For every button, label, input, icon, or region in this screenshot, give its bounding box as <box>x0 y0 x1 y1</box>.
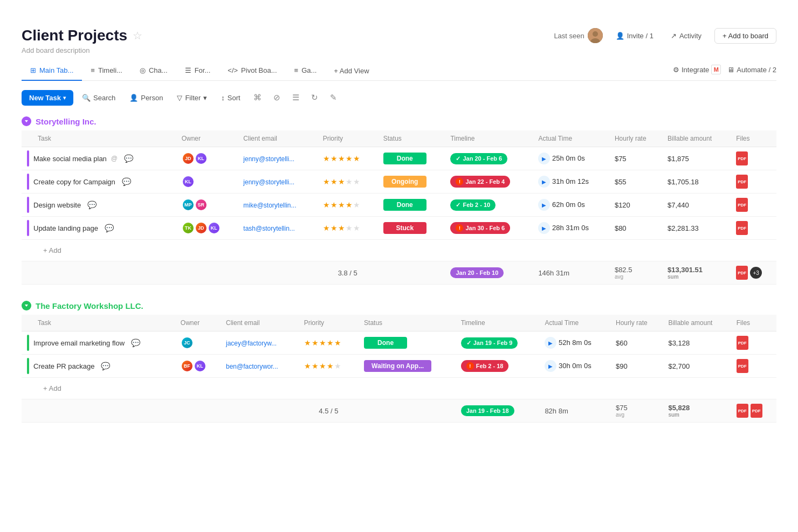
task-name[interactable]: Design website <box>33 201 81 209</box>
files-cell: PDF <box>736 151 771 165</box>
actual-time: 31h 0m 12s <box>552 177 589 185</box>
tab-pivot[interactable]: </> Pivot Boa... <box>219 61 285 81</box>
email-link[interactable]: ben@factorywor... <box>226 363 278 370</box>
add-task-row: + Add <box>22 378 776 399</box>
tab-gallery[interactable]: ≡ Ga... <box>286 61 326 81</box>
add-task-button[interactable]: + Add <box>27 243 771 258</box>
tab-chart[interactable]: ◎ Cha... <box>131 61 176 81</box>
timeline-badge: ✓ Jan 19 - Feb 9 <box>461 337 518 349</box>
time-play-button[interactable]: ▶ <box>545 337 556 349</box>
task-color-indicator <box>27 335 29 351</box>
integrate-button[interactable]: ⚙ Integrate M <box>673 65 721 74</box>
email-link[interactable]: mike@storytellin... <box>243 202 296 209</box>
section-title-factory[interactable]: The Factory Workshop LLC. <box>36 301 143 310</box>
comment-icon[interactable]: 💬 <box>124 154 133 163</box>
task-name[interactable]: Update landing page <box>33 224 98 232</box>
unlink-icon-button[interactable]: ⊘ <box>269 89 285 106</box>
status-badge[interactable]: Done <box>364 337 407 349</box>
new-task-button[interactable]: New Task ▾ <box>22 90 73 106</box>
rows-icon-button[interactable]: ☰ <box>288 89 304 106</box>
pdf-file-icon[interactable]: PDF <box>737 359 748 373</box>
person-icon: 👤 <box>129 94 138 102</box>
filter-button[interactable]: ▽ Filter ▾ <box>171 91 212 105</box>
timeline-exclaim-icon: ! <box>466 362 474 370</box>
status-badge[interactable]: Waiting on App... <box>364 360 431 372</box>
timeline-badge: ✓ Feb 2 - 10 <box>450 199 496 211</box>
status-badge[interactable]: Stuck <box>383 222 426 234</box>
priority-stars[interactable]: ★★★★★ <box>323 154 361 163</box>
summary-priority: 4.5 / 5 <box>299 399 359 423</box>
task-name[interactable]: Create copy for Campaign <box>33 178 115 186</box>
add-to-board-button[interactable]: + Add to board <box>714 28 776 44</box>
activity-button[interactable]: ↗ Activity <box>666 30 706 42</box>
sort-button[interactable]: ↕ Sort <box>216 91 245 105</box>
add-task-button[interactable]: + Add <box>27 381 771 396</box>
section-title-storytelling[interactable]: Storytelling Inc. <box>36 117 97 126</box>
comment-icon[interactable]: 💬 <box>131 338 140 347</box>
edit-icon-button[interactable]: ✎ <box>326 89 341 106</box>
section-collapse-icon[interactable] <box>22 301 31 310</box>
status-badge[interactable]: Done <box>383 199 426 211</box>
files-cell: PDF <box>737 359 771 373</box>
table-row: Improve email marketing flow 💬 JC jacey@… <box>22 331 776 355</box>
status-badge[interactable]: Done <box>383 153 426 164</box>
priority-stars[interactable]: ★★★★★ <box>304 338 342 347</box>
person-filter-button[interactable]: 👤 Person <box>124 91 168 105</box>
favorite-icon[interactable]: ☆ <box>133 29 142 42</box>
summary-files: PDF PDF <box>737 404 771 418</box>
task-name[interactable]: Improve email marketing flow <box>33 339 125 347</box>
extra-files-badge[interactable]: +3 <box>750 267 762 279</box>
pivot-icon: </> <box>228 66 238 74</box>
comment-icon[interactable]: 💬 <box>87 201 97 209</box>
col-header-files: Files <box>731 130 776 147</box>
time-play-button[interactable]: ▶ <box>538 199 550 211</box>
email-link[interactable]: jenny@storytelli... <box>243 155 294 163</box>
time-play-button[interactable]: ▶ <box>538 176 550 188</box>
email-link[interactable]: jacey@factoryw... <box>226 340 277 347</box>
task-name[interactable]: Create PR package <box>33 362 94 370</box>
email-link[interactable]: jenny@storytelli... <box>243 178 294 186</box>
time-play-button[interactable]: ▶ <box>545 360 556 372</box>
section-collapse-icon[interactable] <box>22 116 31 126</box>
timeline-check-icon: ✓ <box>456 155 460 162</box>
invite-button[interactable]: 👤 Invite / 1 <box>611 30 658 42</box>
add-view-button[interactable]: + Add View <box>325 61 377 80</box>
tabs-right: ⚙ Integrate M 🖥 Automate / 2 <box>673 65 776 77</box>
comment-icon[interactable]: 💬 <box>101 362 110 370</box>
time-play-button[interactable]: ▶ <box>538 153 550 164</box>
pdf-file-icon[interactable]: PDF <box>736 151 748 165</box>
priority-stars[interactable]: ★★★★★ <box>323 224 361 232</box>
priority-stars[interactable]: ★★★★★ <box>323 201 361 209</box>
pdf-file-icon[interactable]: PDF <box>737 404 748 418</box>
search-button[interactable]: 🔍 Search <box>77 91 121 105</box>
priority-stars[interactable]: ★★★★★ <box>323 177 361 186</box>
col-header-files: Files <box>731 315 776 331</box>
owner-avatar: MP <box>182 198 195 211</box>
board-description[interactable]: Add board description <box>22 46 776 54</box>
hourly-rate: $90 <box>616 362 628 370</box>
billable-amount: $7,440 <box>668 201 689 209</box>
tab-timeline[interactable]: ≡ Timeli... <box>82 61 131 81</box>
pdf-file-icon[interactable]: PDF <box>736 221 748 235</box>
pdf-file-icon[interactable]: PDF <box>736 266 748 280</box>
email-link[interactable]: tash@storytellin... <box>243 225 295 232</box>
pdf-file-icon[interactable]: PDF <box>736 175 748 189</box>
pdf-file-icon[interactable]: PDF <box>737 336 748 350</box>
billable-amount: $1,875 <box>668 155 689 163</box>
files-cell: PDF <box>736 221 771 235</box>
pdf-file-icon-2[interactable]: PDF <box>751 404 762 418</box>
table-row: Design website 💬 MP SR mike@storytellin.… <box>22 194 776 217</box>
tab-main-table[interactable]: ⊞ Main Tab... <box>22 61 82 81</box>
time-play-button[interactable]: ▶ <box>538 222 550 234</box>
pdf-file-icon[interactable]: PDF <box>736 198 748 212</box>
task-name[interactable]: Make social media plan <box>33 155 107 163</box>
summary-hourly-rate: $82.5 avg <box>609 261 662 285</box>
tab-form[interactable]: ☰ For... <box>176 61 219 81</box>
comment-icon[interactable]: 💬 <box>105 224 114 232</box>
automate-button[interactable]: 🖥 Automate / 2 <box>727 66 776 74</box>
refresh-icon-button[interactable]: ↻ <box>307 89 322 106</box>
link-icon-button[interactable]: ⌘ <box>249 89 266 106</box>
status-badge[interactable]: Ongoing <box>383 176 426 188</box>
priority-stars[interactable]: ★★★★★ <box>304 362 342 370</box>
comment-icon[interactable]: 💬 <box>122 177 131 186</box>
